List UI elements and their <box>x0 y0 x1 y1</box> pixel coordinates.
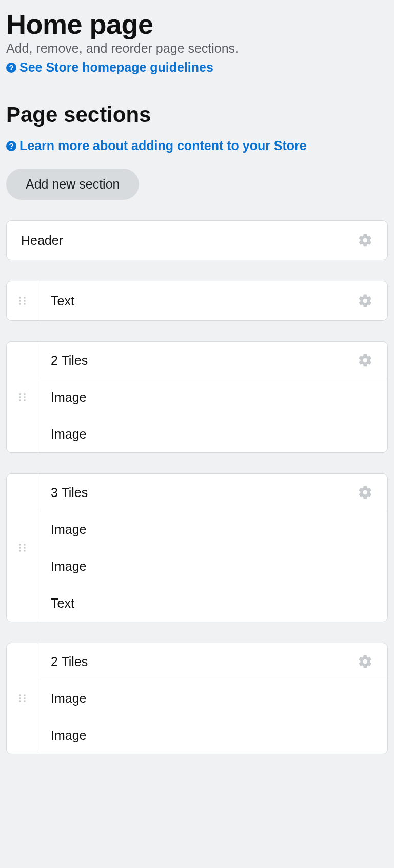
section-title: 2 Tiles <box>51 353 88 368</box>
drag-handle[interactable] <box>17 295 28 306</box>
svg-rect-14 <box>19 547 21 548</box>
svg-rect-0 <box>19 297 21 298</box>
section-settings-button[interactable] <box>356 291 375 311</box>
gear-icon <box>358 293 373 308</box>
gear-icon <box>358 353 373 368</box>
section-card: 2 Tiles Image Image <box>6 341 388 453</box>
svg-rect-4 <box>19 303 21 304</box>
section-child[interactable]: Image <box>38 379 387 416</box>
section-settings-button[interactable] <box>356 231 375 250</box>
section-child[interactable]: Text <box>38 585 387 622</box>
svg-rect-22 <box>19 700 21 702</box>
section-title: Text <box>51 294 74 308</box>
svg-rect-3 <box>24 300 25 301</box>
section-child[interactable]: Image <box>38 680 387 717</box>
section-child-label: Image <box>51 390 86 405</box>
svg-rect-13 <box>24 544 25 545</box>
page-title: Home page <box>6 8 388 40</box>
svg-rect-8 <box>19 396 21 398</box>
section-child[interactable]: Image <box>38 717 387 754</box>
learn-more-link[interactable]: ? Learn more about adding content to you… <box>6 138 307 153</box>
svg-rect-1 <box>24 297 25 298</box>
svg-rect-18 <box>19 694 21 696</box>
section-title: Header <box>21 233 63 248</box>
svg-rect-20 <box>19 697 21 699</box>
svg-rect-9 <box>24 396 25 398</box>
svg-rect-21 <box>24 697 25 699</box>
section-child-label: Image <box>51 728 86 743</box>
help-icon: ? <box>6 63 16 73</box>
svg-rect-17 <box>24 550 25 551</box>
drag-handle-icon <box>17 542 28 553</box>
svg-rect-15 <box>24 547 25 548</box>
section-settings-button[interactable] <box>356 652 375 671</box>
guidelines-link[interactable]: ? See Store homepage guidelines <box>6 60 213 75</box>
svg-rect-23 <box>24 700 25 702</box>
svg-rect-12 <box>19 544 21 545</box>
section-title: 2 Tiles <box>51 654 88 669</box>
gear-icon <box>358 233 373 248</box>
add-section-button[interactable]: Add new section <box>6 169 139 200</box>
svg-rect-5 <box>24 303 25 304</box>
section-card: Header <box>6 220 388 260</box>
gear-icon <box>358 654 373 669</box>
learn-more-link-label: Learn more about adding content to your … <box>19 138 307 153</box>
section-child-label: Text <box>51 596 74 611</box>
svg-rect-10 <box>19 399 21 401</box>
section-child[interactable]: Image <box>38 548 387 585</box>
drag-handle-icon <box>17 295 28 306</box>
gear-icon <box>358 485 373 500</box>
svg-rect-19 <box>24 694 25 696</box>
section-card: 3 Tiles Image Image Text <box>6 473 388 622</box>
section-child-label: Image <box>51 559 86 574</box>
page-subtitle: Add, remove, and reorder page sections. <box>6 41 388 56</box>
drag-handle[interactable] <box>17 542 28 553</box>
drag-handle-icon <box>17 693 28 704</box>
drag-handle-icon <box>17 391 28 403</box>
section-child[interactable]: Image <box>38 511 387 548</box>
section-child-label: Image <box>51 427 86 442</box>
drag-handle[interactable] <box>17 391 28 403</box>
section-settings-button[interactable] <box>356 483 375 502</box>
drag-handle[interactable] <box>17 693 28 704</box>
section-card: 2 Tiles Image Image <box>6 643 388 754</box>
guidelines-link-label: See Store homepage guidelines <box>19 60 213 75</box>
svg-rect-11 <box>24 399 25 401</box>
section-title: 3 Tiles <box>51 485 88 500</box>
help-icon: ? <box>6 141 16 151</box>
section-card: Text <box>6 281 388 321</box>
sections-heading: Page sections <box>6 102 388 127</box>
section-child-label: Image <box>51 691 86 706</box>
section-child-label: Image <box>51 522 86 537</box>
svg-rect-7 <box>24 393 25 395</box>
svg-rect-16 <box>19 550 21 551</box>
section-settings-button[interactable] <box>356 350 375 370</box>
svg-rect-6 <box>19 393 21 395</box>
svg-rect-2 <box>19 300 21 301</box>
section-child[interactable]: Image <box>38 416 387 452</box>
